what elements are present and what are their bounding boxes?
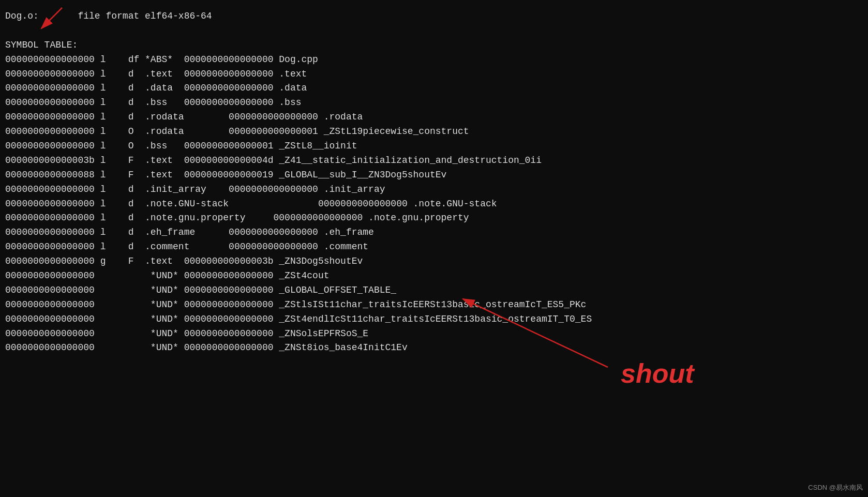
sym-line-8: 000000000000003b l F .text 0000000000000… bbox=[5, 154, 858, 168]
terminal-content: Dog.o: file format elf64-x86-64 SYMBOL T… bbox=[5, 9, 858, 355]
sym-line-12: 0000000000000000 l d .note.gnu.property … bbox=[5, 211, 858, 225]
sym-line-13: 0000000000000000 l d .eh_frame 000000000… bbox=[5, 225, 858, 240]
sym-line-3: 0000000000000000 l d .data 0000000000000… bbox=[5, 81, 858, 96]
sym-line-18: 0000000000000000 *UND* 0000000000000000 … bbox=[5, 298, 858, 312]
terminal-window: Dog.o: file format elf64-x86-64 SYMBOL T… bbox=[0, 0, 868, 497]
sym-line-7: 0000000000000000 l O .bss 00000000000000… bbox=[5, 139, 858, 154]
sym-line-1: 0000000000000000 l df *ABS* 000000000000… bbox=[5, 53, 858, 67]
sym-line-16: 0000000000000000 *UND* 0000000000000000 … bbox=[5, 269, 858, 283]
sym-line-5: 0000000000000000 l d .rodata 00000000000… bbox=[5, 110, 858, 125]
sym-line-21: 0000000000000000 *UND* 0000000000000000 … bbox=[5, 341, 858, 355]
sym-line-9: 0000000000000088 l F .text 0000000000000… bbox=[5, 168, 858, 183]
file-header-line: Dog.o: file format elf64-x86-64 bbox=[5, 9, 858, 24]
sym-line-6: 0000000000000000 l O .rodata 00000000000… bbox=[5, 125, 858, 139]
watermark: CSDN @易水南风 bbox=[808, 483, 863, 493]
sym-line-20: 0000000000000000 *UND* 0000000000000000 … bbox=[5, 327, 858, 341]
sym-line-17: 0000000000000000 *UND* 0000000000000000 … bbox=[5, 283, 858, 298]
sym-line-2: 0000000000000000 l d .text 0000000000000… bbox=[5, 67, 858, 82]
sym-line-15: 0000000000000000 g F .text 0000000000000… bbox=[5, 254, 858, 269]
sym-line-11: 0000000000000000 l d .note.GNU-stack 000… bbox=[5, 197, 858, 212]
sym-line-4: 0000000000000000 l d .bss 00000000000000… bbox=[5, 96, 858, 110]
symbol-table-header: SYMBOL TABLE: bbox=[5, 38, 858, 53]
sym-line-19: 0000000000000000 *UND* 0000000000000000 … bbox=[5, 312, 858, 327]
sym-line-14: 0000000000000000 l d .comment 0000000000… bbox=[5, 240, 858, 254]
shout-annotation: shout bbox=[621, 353, 694, 395]
sym-line-10: 0000000000000000 l d .init_array 0000000… bbox=[5, 183, 858, 197]
blank-line-1 bbox=[5, 24, 858, 38]
